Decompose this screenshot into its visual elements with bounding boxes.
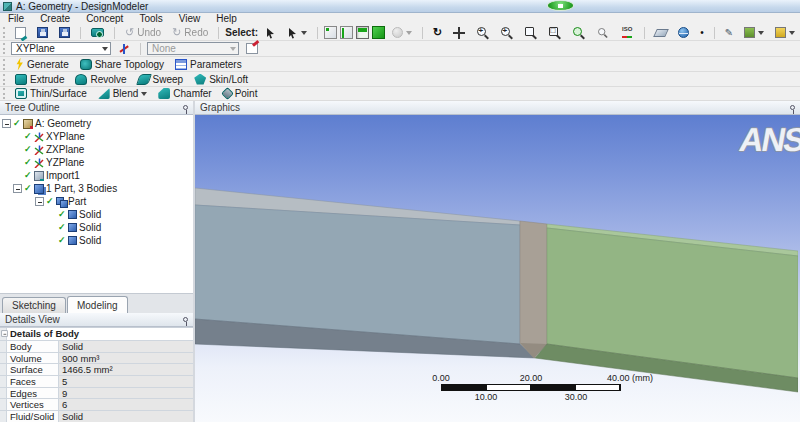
isometric-view-button[interactable]: ISO [616, 24, 638, 41]
tree-item-yzplane[interactable]: ✓ YZPlane [1, 156, 193, 169]
graphics-viewport[interactable]: ANSYS 0.00 20.00 40.00 (mm) 10.00 30.00 [195, 115, 800, 422]
ruler-label-40: 40.00 (mm) [607, 373, 653, 383]
box-zoom-icon [524, 26, 537, 39]
separator [140, 43, 141, 55]
tree-item-part[interactable]: ✓ Part [1, 195, 193, 208]
parameters-button[interactable]: Parameters [171, 57, 246, 72]
tree-item-zxplane[interactable]: ✓ ZXPlane [1, 143, 193, 156]
new-sketch-button2[interactable] [242, 41, 262, 56]
collapse-icon[interactable] [35, 197, 44, 206]
zoom-in-icon: + [500, 26, 513, 39]
pan-button[interactable] [449, 25, 469, 41]
edge-color-dropdown[interactable] [771, 25, 799, 40]
pin-icon[interactable] [183, 105, 188, 110]
revolve-button[interactable]: Revolve [71, 72, 130, 87]
redo-button[interactable]: ↻ Redo [168, 25, 212, 40]
toolbar-grip[interactable] [3, 59, 6, 70]
detail-value: 9 [59, 388, 193, 399]
tree-item-parts[interactable]: ✓ 1 Part, 3 Bodies [1, 182, 193, 195]
zoom-fit-button[interactable]: □ [544, 24, 565, 41]
save-as-button[interactable] [55, 25, 74, 40]
new-sketch-button[interactable] [11, 25, 30, 41]
main-toolbar: ↺ Undo ↻ Redo Select: ↻ + + □ ISO • ✎ ✎ … [1, 25, 800, 41]
collapse-icon[interactable] [13, 184, 22, 193]
display-model-button[interactable] [674, 25, 693, 40]
toolbar-grip[interactable] [3, 74, 6, 85]
filter-vertex-button[interactable] [324, 26, 337, 39]
toolbar-grip[interactable] [3, 27, 6, 38]
filter-face-button[interactable] [356, 26, 369, 39]
select-mode-button[interactable] [261, 25, 280, 41]
cursor-box-icon [287, 27, 298, 39]
zoom-in-button[interactable]: + [496, 24, 517, 41]
blend-button[interactable]: Blend [94, 86, 152, 101]
previous-view-button[interactable] [592, 24, 613, 41]
tree-item-solid-3[interactable]: ✓ Solid [1, 234, 193, 247]
select-filter-dropdown[interactable] [283, 25, 311, 41]
details-row-fluid-solid[interactable]: Fluid/Solid Solid [1, 411, 193, 422]
import-icon [34, 171, 44, 181]
skinloft-icon [194, 74, 206, 85]
save-button[interactable] [33, 25, 52, 40]
filter-body-button[interactable] [372, 26, 385, 39]
details-row-surface-area[interactable]: Surface Area 1466.5 mm² [1, 364, 193, 376]
display-points-button[interactable]: • [696, 25, 708, 40]
ruler-label-30: 30.00 [565, 392, 588, 402]
image-capture-button[interactable] [87, 26, 108, 39]
face-color-dropdown[interactable] [740, 25, 768, 40]
extrude-button[interactable]: Extrude [11, 72, 68, 87]
filter-edge-button[interactable] [340, 26, 353, 39]
details-row-edges[interactable]: Edges 9 [1, 388, 193, 400]
zoom-button[interactable]: + [472, 24, 493, 41]
toolbar-grip[interactable] [3, 43, 6, 54]
details-row-vertices[interactable]: Vertices 6 [1, 399, 193, 411]
menu-concept[interactable]: Concept [78, 13, 131, 25]
chamfer-button[interactable]: Chamfer [154, 86, 215, 101]
weld-body-face[interactable] [520, 221, 547, 358]
magnifier-window-button[interactable] [568, 24, 589, 41]
share-topology-button[interactable]: Share Topology [76, 57, 168, 72]
sweep-button[interactable]: Sweep [134, 72, 188, 87]
comment-button[interactable]: ✎ [721, 26, 737, 40]
look-at-plane-button[interactable] [651, 27, 671, 39]
extend-selection-dropdown[interactable] [388, 25, 416, 40]
generate-button[interactable]: Generate [11, 56, 73, 73]
toolbar-grip[interactable] [3, 88, 6, 99]
menu-view[interactable]: View [171, 13, 209, 25]
details-row-faces[interactable]: Faces 5 [1, 376, 193, 388]
solid-cube-icon [68, 236, 77, 245]
rotate-button[interactable]: ↻ [429, 25, 446, 40]
details-row-body[interactable]: Body Solid [1, 341, 193, 353]
collapse-icon[interactable] [2, 119, 11, 128]
tree-outline-title: Tree Outline [5, 102, 60, 113]
tree-item-geometry[interactable]: ✓ A: Geometry [1, 117, 193, 130]
menu-tools[interactable]: Tools [131, 13, 170, 25]
green-badge-icon[interactable] [547, 1, 574, 11]
plane-combobox[interactable]: XYPlane [11, 42, 111, 55]
pin-icon[interactable] [183, 317, 188, 322]
pin-icon[interactable] [790, 105, 795, 110]
box-zoom-button[interactable] [520, 24, 541, 41]
tab-sketching[interactable]: Sketching [2, 297, 66, 313]
tree-item-import1[interactable]: ✓ Import1 [1, 169, 193, 182]
details-group-header[interactable]: Details of Body [1, 328, 193, 341]
menu-help[interactable]: Help [208, 13, 245, 25]
tree-item-label: Solid [79, 235, 101, 246]
menu-create[interactable]: Create [32, 13, 78, 25]
check-icon: ✓ [24, 145, 32, 154]
details-row-volume[interactable]: Volume 900 mm³ [1, 353, 193, 365]
undo-button[interactable]: ↺ Undo [121, 25, 165, 40]
thin-surface-button[interactable]: Thin/Surface [11, 86, 91, 101]
point-button[interactable]: Point [219, 86, 262, 101]
tree-item-solid-2[interactable]: ✓ Solid [1, 221, 193, 234]
new-plane-button[interactable] [114, 41, 134, 57]
tab-modeling[interactable]: Modeling [67, 296, 128, 313]
tree-item-solid-1[interactable]: ✓ Solid [1, 208, 193, 221]
tree-outline: ✓ A: Geometry ✓ XYPlane ✓ ZXPlane ✓ YZPl… [1, 115, 193, 293]
page-icon [15, 27, 26, 39]
skinloft-button[interactable]: Skin/Loft [190, 72, 252, 87]
menu-file[interactable]: File [1, 13, 32, 25]
collapse-icon[interactable] [1, 330, 7, 336]
sketch-combobox[interactable]: None [147, 42, 239, 55]
tree-item-xyplane[interactable]: ✓ XYPlane [1, 130, 193, 143]
